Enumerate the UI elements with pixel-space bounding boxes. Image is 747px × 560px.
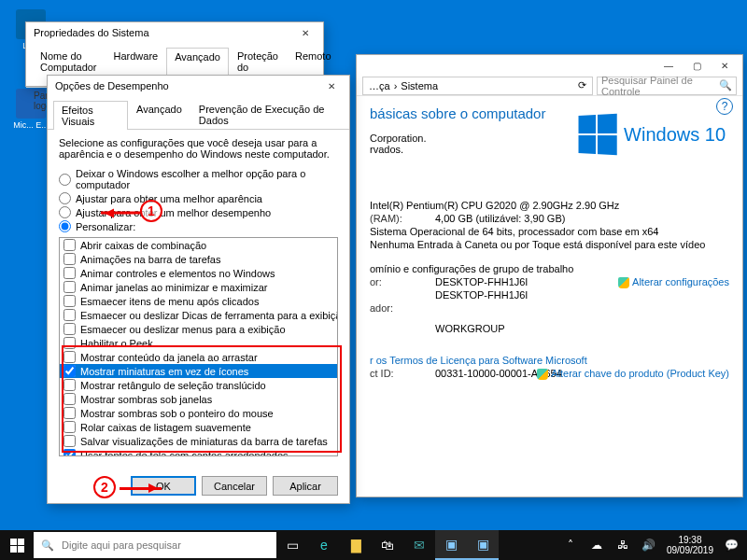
edge-icon[interactable]: e [308,530,340,560]
license-link[interactable]: r os Termos de Licença para Software Mic… [370,355,729,366]
search-icon: 🔍 [41,539,54,552]
annotation-arrow [101,212,140,215]
apply-button[interactable]: Aplicar [273,476,338,496]
taskbar-search[interactable]: 🔍 Digite aqui para pesquisar [34,532,276,558]
task-view-icon[interactable]: ▭ [276,530,308,560]
annotation-arrow [120,487,162,490]
radio-option[interactable]: Personalizar: [59,219,338,233]
visual-effect-option[interactable]: Rolar caixas de listagem suavemente [60,420,337,434]
change-settings-link[interactable]: Alterar configurações [618,276,729,288]
visual-effect-option[interactable]: Esmaecer itens de menu após clicados [60,294,337,308]
tab-dep[interactable]: Prevenção de Execução de Dados [190,100,344,129]
start-button[interactable] [0,530,34,560]
taskbar-app[interactable]: ▣ [467,530,499,560]
titlebar[interactable]: — ▢ ✕ [357,55,742,76]
visual-effect-option[interactable]: Esmaecer ou deslizar menus para a exibiç… [60,322,337,336]
visual-effect-option[interactable]: Animações na barra de tarefas [60,252,337,266]
search-input[interactable]: Pesquisar Painel de Controle 🔍 [597,77,737,95]
shield-icon [537,369,548,380]
taskbar-app[interactable]: ▣ [435,530,467,560]
shield-icon [618,277,629,288]
visual-effect-option[interactable]: Habilitar o Peek [60,336,337,350]
explorer-icon[interactable]: ▇ [340,530,372,560]
network-icon[interactable]: 🖧 [614,537,631,553]
clock[interactable]: 19:38 09/09/2019 [667,535,713,555]
tray-chevron-icon[interactable]: ˄ [562,537,579,553]
tab-advanced[interactable]: Avançado [128,100,190,129]
help-icon[interactable]: ? [716,98,733,115]
close-button[interactable]: ✕ [291,23,319,42]
window-title: Propriedades do Sistema [34,27,149,38]
visual-effect-option[interactable]: Mostrar miniaturas em vez de ícones [60,364,337,378]
visual-effect-option[interactable]: Animar janelas ao minimizar e maximizar [60,280,337,294]
visual-effect-option[interactable]: Animar controles e elementos no Windows [60,266,337,280]
store-icon[interactable]: 🛍 [372,530,403,560]
cancel-button[interactable]: Cancelar [202,476,267,496]
system-window: — ▢ ✕ …ça › Sistema ⟳ Pesquisar Painel d… [356,54,743,497]
radio-option[interactable]: Ajustar para obter uma melhor aparência [59,191,338,205]
address-bar[interactable]: …ça › Sistema ⟳ [362,77,593,95]
maximize-button[interactable]: ▢ [683,56,711,75]
ok-button[interactable]: OK [131,476,196,496]
visual-effect-option[interactable]: Usar fontes de tela com cantos arredonda… [60,448,337,456]
visual-effect-option[interactable]: Esmaecer ou deslizar Dicas de ferramenta… [60,308,337,322]
product-key-link[interactable]: Alterar chave do produto (Product Key) [537,368,729,380]
close-button[interactable]: ✕ [711,56,739,75]
visual-effect-option[interactable]: Mostrar sombras sob janelas [60,392,337,406]
performance-options-dialog: Opções de Desempenho ✕ Efeitos Visuais A… [47,75,350,504]
mail-icon[interactable]: ✉ [403,530,435,560]
visual-effect-option[interactable]: Mostrar conteúdo da janela ao arrastar [60,350,337,364]
tab-visual-effects[interactable]: Efeitos Visuais [53,101,128,130]
close-button[interactable]: ✕ [317,77,345,95]
onedrive-icon[interactable]: ☁ [588,537,605,553]
minimize-button[interactable]: — [655,56,683,75]
volume-icon[interactable]: 🔊 [641,537,657,553]
visual-effect-option[interactable]: Abrir caixas de combinação [60,238,337,252]
visual-effect-option[interactable]: Mostrar retângulo de seleção translúcido [60,378,337,392]
visual-effect-option[interactable]: Mostrar sombras sob o ponteiro do mouse [60,406,337,420]
taskbar: 🔍 Digite aqui para pesquisar ▭ e ▇ 🛍 ✉ ▣… [0,530,747,560]
visual-effect-option[interactable]: Salvar visualizações de miniaturas da ba… [60,434,337,448]
tab-bar: Efeitos Visuais Avançado Prevenção de Ex… [48,96,349,130]
section-heading: omínio e configurações de grupo de traba… [370,263,729,274]
window-title: Opções de Desempenho [55,80,169,91]
visual-effects-list[interactable]: Abrir caixas de combinaçãoAnimações na b… [59,237,338,456]
titlebar[interactable]: Opções de Desempenho ✕ [48,76,349,96]
notifications-icon[interactable]: 💬 [723,537,740,553]
radio-option[interactable]: Deixar o Windows escolher a melhor opção… [59,167,338,191]
windows-logo: Windows 10 [577,115,726,154]
titlebar[interactable]: Propriedades do Sistema ✕ [26,22,323,43]
